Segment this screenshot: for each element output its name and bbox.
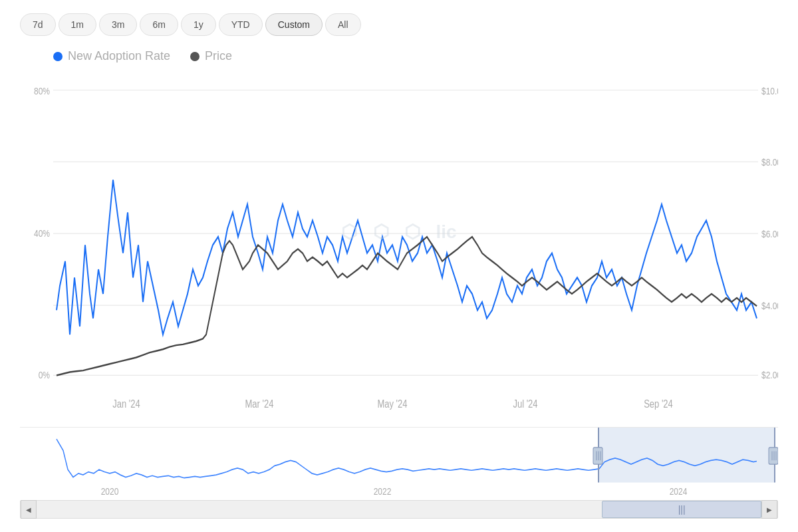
svg-text:Mar '24: Mar '24	[245, 398, 274, 410]
scrollbar-track[interactable]: |||	[37, 501, 761, 518]
svg-rect-21	[593, 448, 602, 464]
svg-text:80%: 80%	[34, 85, 50, 96]
svg-rect-18	[598, 428, 775, 483]
svg-rect-25	[769, 448, 778, 464]
svg-text:$4.00: $4.00	[761, 301, 778, 311]
scrollbar-center-handle[interactable]: |||	[678, 505, 686, 514]
chart-wrapper: ⬡ ⬡ ⬡ lic 80% 40% 0% $10.00 $8.00 $6.00 …	[20, 74, 778, 519]
svg-text:0%: 0%	[39, 370, 50, 380]
mini-chart-container[interactable]: 2020 2022 2024	[20, 427, 778, 500]
main-chart-container[interactable]: ⬡ ⬡ ⬡ lic 80% 40% 0% $10.00 $8.00 $6.00 …	[20, 74, 778, 424]
svg-text:2024: 2024	[670, 486, 688, 497]
legend-label-price: Price	[205, 49, 232, 63]
svg-text:2020: 2020	[101, 486, 119, 497]
svg-text:$8.00: $8.00	[761, 157, 778, 168]
scroll-right-arrow[interactable]: ▶	[761, 500, 777, 519]
svg-text:Jan '24: Jan '24	[112, 398, 140, 410]
time-btn-1y[interactable]: 1y	[181, 13, 216, 36]
svg-text:May '24: May '24	[377, 398, 407, 410]
time-btn-1m[interactable]: 1m	[59, 13, 96, 36]
mini-chart-svg: 2020 2022 2024	[20, 428, 778, 500]
main-chart-svg: 80% 40% 0% $10.00 $8.00 $6.00 $4.00 $2.0…	[20, 74, 778, 424]
legend-dot-price	[190, 52, 200, 61]
legend-label-adoption: New Adoption Rate	[68, 49, 170, 63]
chart-legend: New Adoption Rate Price	[20, 49, 778, 63]
legend-dot-adoption	[53, 52, 63, 61]
time-btn-6m[interactable]: 6m	[140, 13, 178, 36]
svg-text:40%: 40%	[34, 228, 50, 239]
time-btn-all[interactable]: All	[325, 13, 361, 36]
time-btn-3m[interactable]: 3m	[99, 13, 137, 36]
svg-text:Sep '24: Sep '24	[644, 398, 673, 410]
svg-text:$10.00: $10.00	[761, 85, 778, 96]
scrollbar-container[interactable]: ◀ ||| ▶	[20, 500, 778, 519]
scrollbar-thumb[interactable]: |||	[602, 501, 761, 518]
svg-text:$6.00: $6.00	[761, 229, 778, 239]
svg-text:$2.00: $2.00	[761, 370, 778, 380]
legend-item-adoption: New Adoption Rate	[53, 49, 170, 63]
svg-text:2022: 2022	[374, 486, 392, 497]
time-btn-7d[interactable]: 7d	[20, 13, 56, 36]
scroll-left-arrow[interactable]: ◀	[21, 500, 37, 519]
svg-text:Jul '24: Jul '24	[513, 398, 537, 410]
time-btn-custom[interactable]: Custom	[265, 13, 323, 36]
time-range-bar: 7d 1m 3m 6m 1y YTD Custom All	[20, 13, 778, 36]
legend-item-price: Price	[190, 49, 232, 63]
time-btn-ytd[interactable]: YTD	[219, 13, 263, 36]
